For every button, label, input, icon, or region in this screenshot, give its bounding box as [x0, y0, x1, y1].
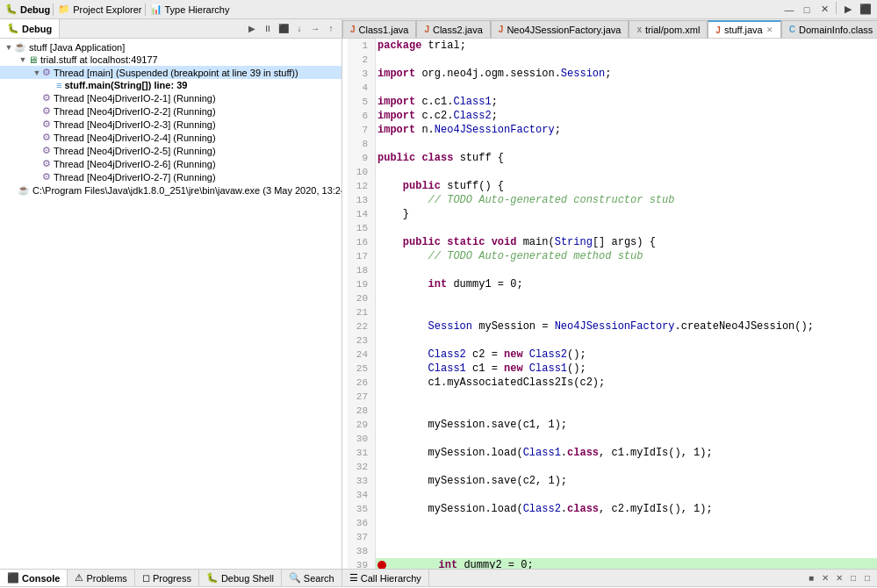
line-number: 31 — [351, 446, 371, 460]
code-line — [376, 53, 877, 67]
tree-item[interactable]: ⚙Thread [Neo4jDriverIO-2-7] (Running) — [0, 170, 341, 183]
bottom-tab-console[interactable]: ⬛ Console — [0, 570, 68, 586]
tree-node-label: Thread [Neo4jDriverIO-2-1] (Running) — [54, 93, 216, 104]
minimize-button[interactable]: — — [781, 2, 797, 18]
code-line: // TODO Auto-generated constructor stub — [376, 193, 877, 207]
line-number: 14 — [351, 207, 371, 221]
editor-tab[interactable]: CDomainInfo.class — [781, 20, 877, 38]
bottom-tab-icon: ⬛ — [7, 572, 19, 584]
code-line: public class stuff { — [376, 151, 877, 165]
bottom-tab-icon: 🐛 — [206, 572, 219, 584]
tree-node-label: C:\Program Files\Java\jdk1.8.0_251\jre\b… — [32, 185, 341, 196]
code-line: mySession.load(Class1.class, c1.myIdIs()… — [376, 446, 877, 460]
panel-toolbar: ▶ ⏸ ⬛ ↓ → ↑ — [245, 19, 341, 38]
bottom-toolbar-btn-4[interactable]: □ — [861, 572, 873, 584]
tree-item[interactable]: ⚙Thread [Neo4jDriverIO-2-5] (Running) — [0, 144, 341, 157]
line-number: 37 — [351, 530, 371, 544]
code-text[interactable]: package trial;import org.neo4j.ogm.sessi… — [376, 39, 877, 569]
tree-item[interactable]: ⚙Thread [Neo4jDriverIO-2-2] (Running) — [0, 104, 341, 118]
tab-close-icon[interactable]: ✕ — [766, 25, 773, 34]
left-panel-tabs: 🐛 Debug ▶ ⏸ ⬛ ↓ → ↑ — [0, 19, 341, 39]
project-explorer-icon[interactable]: 📁 — [56, 2, 72, 18]
code-text-span: mySession.save(c2, 1); — [377, 474, 567, 488]
code-line — [376, 432, 877, 446]
code-line: import c.c1.Class1; — [376, 95, 877, 109]
tree-node-label: Thread [Neo4jDriverIO-2-7] (Running) — [54, 172, 216, 183]
code-line: Class1 c1 = new Class1(); — [376, 362, 877, 376]
tree-arrow-icon: ▼ — [4, 43, 14, 52]
file-icon: J — [350, 25, 356, 34]
bottom-tab-progress[interactable]: ◻ Progress — [135, 570, 199, 586]
line-number: 20 — [351, 291, 371, 305]
editor-tab-label: Class2.java — [433, 25, 483, 35]
bottom-toolbar-btn-1[interactable]: ✕ — [819, 572, 831, 584]
tree-item[interactable]: ▼⚙Thread [main] (Suspended (breakpoint a… — [0, 66, 341, 79]
code-line: mySession.load(Class2.class, c2.myIdIs()… — [376, 502, 877, 516]
line-number: 13 — [351, 193, 371, 207]
bottom-tab-label: Search — [304, 573, 334, 584]
code-line: package trial; — [376, 39, 877, 53]
tree-node-icon: ⚙ — [42, 105, 51, 117]
bottom-tab-label: Progress — [153, 573, 191, 584]
line-number: 30 — [351, 432, 371, 446]
terminate-button[interactable]: ⬛ — [277, 22, 291, 36]
editor-tab[interactable]: JClass1.java — [342, 20, 416, 38]
code-line — [376, 137, 877, 151]
tree-node-label: stuff [Java Application] — [29, 42, 125, 53]
type-hierarchy-label: Type Hierarchy — [165, 4, 230, 15]
bottom-toolbar-btn-0[interactable]: ■ — [805, 572, 817, 584]
stop-icon[interactable]: ⬛ — [858, 2, 873, 18]
bottom-tab-debug-shell[interactable]: 🐛 Debug Shell — [199, 570, 282, 586]
bottom-toolbar-btn-2[interactable]: ✕ — [833, 572, 845, 584]
line-number: 22 — [351, 319, 371, 333]
code-area: 1234567891012131415161718192021222324252… — [342, 39, 877, 569]
code-text-span: mySession.load(Class1.class, c1.myIdIs()… — [377, 446, 713, 460]
code-line — [376, 305, 877, 319]
bottom-tab-call-hierarchy[interactable]: ☰ Call Hierarchy — [342, 570, 429, 586]
tree-item[interactable]: ⚙Thread [Neo4jDriverIO-2-6] (Running) — [0, 157, 341, 170]
code-line: mySession.save(c2, 1); — [376, 474, 877, 488]
line-number: 34 — [351, 488, 371, 502]
step-return-button[interactable]: ↑ — [324, 22, 338, 36]
debug-panel-tab[interactable]: 🐛 Debug — [0, 19, 60, 38]
editor-tab[interactable]: JClass2.java — [416, 20, 490, 38]
line-number: 4 — [351, 81, 371, 95]
line-number: 27 — [351, 390, 371, 404]
close-button[interactable]: ✕ — [816, 2, 832, 18]
code-editor[interactable]: 1234567891012131415161718192021222324252… — [342, 39, 877, 569]
tree-item[interactable]: ⚙Thread [Neo4jDriverIO-2-1] (Running) — [0, 91, 341, 104]
tree-item[interactable]: ▼🖥trial.stuff at localhost:49177 — [0, 54, 341, 66]
debug-icon: 🐛 — [4, 2, 19, 18]
bottom-toolbar-btn-3[interactable]: □ — [847, 572, 859, 584]
code-line: import c.c2.Class2; — [376, 109, 877, 123]
maximize-button[interactable]: □ — [799, 2, 815, 18]
line-number: 29 — [351, 418, 371, 432]
editor-tab[interactable]: JNeo4JSessionFactory.java — [491, 20, 629, 38]
tree-item[interactable]: ⚙Thread [Neo4jDriverIO-2-4] (Running) — [0, 131, 341, 144]
code-line — [376, 488, 877, 502]
code-text-span: public stuff() { — [377, 179, 504, 193]
tree-item[interactable]: ≡stuff.main(String[]) line: 39 — [0, 79, 341, 91]
ctrl-sep — [836, 2, 837, 14]
line-number: 9 — [351, 151, 371, 165]
code-text-span: public class stuff { — [377, 151, 504, 165]
code-line: // TODO Auto-generated method stub — [376, 249, 877, 263]
editor-tab[interactable]: Jstuff.java✕ — [708, 20, 780, 38]
tree-item[interactable]: ☕C:\Program Files\Java\jdk1.8.0_251\jre\… — [0, 183, 341, 197]
type-hierarchy-icon[interactable]: 📊 — [148, 2, 164, 18]
resume-button[interactable]: ▶ — [245, 22, 259, 36]
editor-tab[interactable]: xtrial/pom.xml — [629, 20, 708, 38]
step-over-button[interactable]: → — [308, 22, 322, 36]
tree-node-label: Thread [Neo4jDriverIO-2-6] (Running) — [54, 159, 216, 169]
line-number: 5 — [351, 95, 371, 109]
tree-item[interactable]: ⚙Thread [Neo4jDriverIO-2-3] (Running) — [0, 118, 341, 131]
tree-node-label: Thread [Neo4jDriverIO-2-3] (Running) — [54, 119, 216, 130]
play-icon[interactable]: ▶ — [840, 2, 856, 18]
tree-item[interactable]: ▼☕stuff [Java Application] — [0, 40, 341, 54]
step-into-button[interactable]: ↓ — [292, 22, 306, 36]
tree-node-icon: ⚙ — [42, 132, 51, 143]
bottom-tab-search[interactable]: 🔍 Search — [282, 570, 342, 586]
bottom-tab-problems[interactable]: ⚠ Problems — [68, 570, 134, 586]
file-icon: J — [499, 25, 504, 34]
suspend-button[interactable]: ⏸ — [261, 22, 275, 36]
